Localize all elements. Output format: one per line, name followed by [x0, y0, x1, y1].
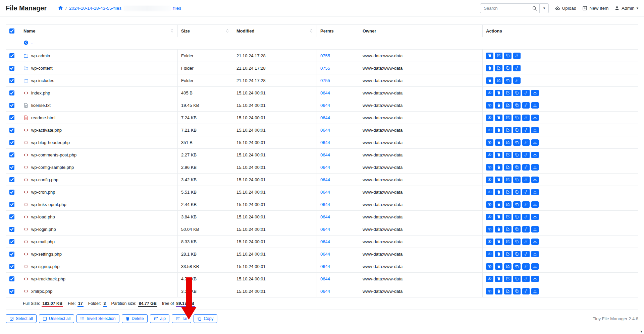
rename-button[interactable] — [495, 65, 502, 71]
folder-link[interactable]: wp-includes — [23, 78, 174, 83]
row-checkbox[interactable] — [9, 140, 14, 145]
copy-button[interactable] — [513, 127, 521, 133]
direct-link-button[interactable] — [522, 139, 530, 146]
download-button[interactable] — [531, 164, 539, 171]
direct-link-button[interactable] — [522, 201, 530, 208]
download-button[interactable] — [531, 276, 539, 282]
delete-button[interactable] — [495, 90, 502, 96]
rename-button[interactable] — [504, 139, 512, 146]
rename-button[interactable] — [504, 189, 512, 195]
delete-button[interactable] — [495, 164, 502, 171]
view-button[interactable] — [486, 164, 493, 171]
download-button[interactable] — [531, 102, 539, 109]
copy-button[interactable] — [513, 152, 521, 158]
row-checkbox[interactable] — [9, 78, 14, 83]
delete-button[interactable] — [495, 239, 502, 245]
file-link[interactable]: license.txt — [23, 103, 174, 108]
rename-button[interactable] — [504, 102, 512, 109]
view-button[interactable] — [486, 127, 493, 133]
perms-link[interactable]: 0755 — [320, 66, 330, 71]
download-button[interactable] — [531, 152, 539, 158]
view-button[interactable] — [486, 102, 493, 109]
delete-button[interactable] — [495, 127, 502, 133]
delete-button[interactable] — [495, 288, 502, 294]
row-checkbox[interactable] — [9, 202, 14, 207]
rename-button[interactable] — [504, 276, 512, 282]
unselect-all-button[interactable]: Unselect all — [39, 314, 74, 323]
delete-button[interactable] — [495, 263, 502, 270]
direct-link-button[interactable] — [522, 276, 530, 282]
folder-link[interactable]: wp-content — [23, 66, 174, 71]
file-link[interactable]: wp-signup.php — [23, 264, 174, 269]
row-checkbox[interactable] — [9, 90, 14, 95]
row-checkbox[interactable] — [9, 128, 14, 133]
download-button[interactable] — [531, 127, 539, 133]
perms-link[interactable]: 0644 — [320, 264, 330, 269]
file-link[interactable]: wp-load.php — [23, 214, 174, 219]
view-button[interactable] — [486, 90, 493, 96]
file-link[interactable]: wp-cron.php — [23, 190, 174, 195]
rename-button[interactable] — [504, 152, 512, 158]
delete-button[interactable]: Delete — [122, 314, 148, 323]
view-button[interactable] — [486, 214, 493, 220]
rename-button[interactable] — [504, 90, 512, 96]
copy-button[interactable] — [513, 239, 521, 245]
perms-link[interactable]: 0644 — [320, 252, 330, 257]
direct-link-button[interactable] — [522, 164, 530, 171]
direct-link-button[interactable] — [513, 77, 521, 84]
perms-link[interactable]: 0755 — [320, 78, 330, 83]
copy-button[interactable] — [504, 53, 512, 59]
delete-button[interactable] — [486, 53, 493, 59]
copy-button[interactable] — [513, 164, 521, 171]
delete-button[interactable] — [495, 139, 502, 146]
rename-button[interactable] — [504, 226, 512, 232]
view-button[interactable] — [486, 251, 493, 257]
copy-button[interactable] — [513, 177, 521, 183]
direct-link-button[interactable] — [522, 239, 530, 245]
direct-link-button[interactable] — [522, 90, 530, 96]
perms-link[interactable]: 0644 — [320, 90, 330, 95]
row-checkbox[interactable] — [9, 53, 14, 58]
view-button[interactable] — [486, 189, 493, 195]
view-button[interactable] — [486, 263, 493, 270]
download-button[interactable] — [531, 115, 539, 121]
row-checkbox[interactable] — [9, 190, 14, 195]
row-checkbox[interactable] — [9, 152, 14, 157]
perms-link[interactable]: 0644 — [320, 190, 330, 195]
direct-link-button[interactable] — [522, 102, 530, 109]
row-checkbox[interactable] — [9, 276, 14, 281]
perms-link[interactable]: 0644 — [320, 214, 330, 219]
rename-button[interactable] — [504, 214, 512, 220]
admin-menu-button[interactable]: Admin ▾ — [614, 6, 638, 11]
file-link[interactable]: wp-trackback.php — [23, 276, 174, 281]
direct-link-button[interactable] — [522, 214, 530, 220]
row-checkbox[interactable] — [9, 289, 14, 294]
view-button[interactable] — [486, 276, 493, 282]
delete-button[interactable] — [495, 177, 502, 183]
download-button[interactable] — [531, 214, 539, 220]
size-column-header[interactable]: Size — [178, 25, 233, 37]
new-item-button[interactable]: New Item — [582, 6, 608, 11]
perms-link[interactable]: 0644 — [320, 289, 330, 294]
rename-button[interactable] — [504, 115, 512, 121]
download-button[interactable] — [531, 90, 539, 96]
copy-button[interactable] — [513, 288, 521, 294]
rename-button[interactable] — [495, 77, 502, 84]
direct-link-button[interactable] — [513, 53, 521, 59]
perms-link[interactable]: 0644 — [320, 103, 330, 108]
perms-link[interactable]: 0644 — [320, 276, 330, 281]
file-link[interactable]: wp-config.php — [23, 177, 174, 182]
rename-button[interactable] — [504, 288, 512, 294]
direct-link-button[interactable] — [522, 152, 530, 158]
perms-link[interactable]: 0644 — [320, 177, 330, 182]
download-button[interactable] — [531, 239, 539, 245]
direct-link-button[interactable] — [522, 177, 530, 183]
file-link[interactable]: wp-links-opml.php — [23, 202, 174, 207]
view-button[interactable] — [486, 201, 493, 208]
perms-link[interactable]: 0644 — [320, 227, 330, 232]
row-checkbox[interactable] — [9, 165, 14, 170]
direct-link-button[interactable] — [513, 65, 521, 71]
copy-button[interactable]: Copy — [194, 314, 217, 323]
download-button[interactable] — [531, 226, 539, 232]
copy-button[interactable] — [513, 214, 521, 220]
